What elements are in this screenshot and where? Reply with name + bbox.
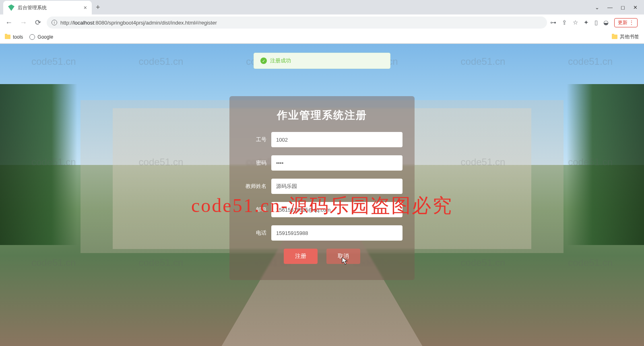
toast-message: 注册成功: [270, 57, 291, 64]
label-password: 密码: [242, 159, 266, 167]
input-phone[interactable]: [271, 225, 402, 241]
label-phone: 电话: [242, 229, 266, 237]
row-id: 工号: [242, 132, 402, 147]
row-phone: 电话: [242, 225, 402, 241]
tab-close-icon[interactable]: ×: [84, 4, 87, 11]
globe-icon: [29, 34, 35, 40]
row-teacher-name: 教师姓名: [242, 179, 402, 194]
page-content: code51.cncode51.cncode51.cncode51.cncode…: [0, 44, 644, 346]
window-controls: ⌄ — ◻ ✕: [588, 4, 644, 10]
input-password[interactable]: [271, 155, 402, 171]
input-id[interactable]: [271, 132, 402, 147]
bookmarks-bar: tools Google 其他书签: [0, 31, 644, 43]
vue-favicon-icon: [8, 4, 14, 11]
url-input[interactable]: i http://localhost:8080/springboot4prsj/…: [47, 16, 547, 29]
input-email[interactable]: [271, 202, 402, 217]
success-toast: ✓ 注册成功: [254, 53, 390, 69]
menu-dots-icon: ⋮: [629, 20, 634, 25]
chevron-down-icon[interactable]: ⌄: [595, 4, 599, 10]
tab-title: 后台管理系统: [18, 4, 47, 11]
input-teacher-name[interactable]: [271, 179, 402, 194]
label-email: 邮箱: [242, 206, 266, 213]
site-info-icon[interactable]: i: [52, 20, 57, 25]
folder-icon: [5, 35, 10, 39]
browser-tab[interactable]: 后台管理系统 ×: [3, 1, 92, 14]
star-icon[interactable]: ☆: [573, 19, 578, 26]
row-email: 邮箱: [242, 202, 402, 217]
register-button[interactable]: 注册: [284, 249, 318, 264]
cancel-button[interactable]: 取消: [326, 249, 360, 264]
back-button[interactable]: ←: [3, 17, 14, 28]
label-id: 工号: [242, 136, 266, 143]
label-teacher-name: 教师姓名: [242, 183, 266, 190]
register-card: 作业管理系统注册 工号 密码 教师姓名 邮箱 电话 注册 取消: [229, 96, 415, 280]
row-password: 密码: [242, 155, 402, 171]
extensions-icon[interactable]: ✦: [584, 19, 589, 26]
key-icon[interactable]: ⊶: [550, 19, 556, 26]
maximize-icon[interactable]: ◻: [621, 4, 625, 10]
address-bar: ← → ⟳ i http://localhost:8080/springboot…: [0, 14, 644, 31]
tab-bar: 后台管理系统 × + ⌄ — ◻ ✕: [0, 0, 644, 14]
forward-button[interactable]: →: [18, 17, 29, 28]
profile-icon[interactable]: ◒: [603, 19, 609, 26]
bookmark-tools[interactable]: tools: [5, 34, 23, 40]
bookmark-google[interactable]: Google: [29, 34, 53, 40]
update-button[interactable]: 更新⋮: [614, 18, 638, 27]
reader-icon[interactable]: ▯: [594, 19, 598, 26]
button-row: 注册 取消: [242, 249, 402, 264]
folder-icon: [612, 35, 617, 39]
minimize-icon[interactable]: —: [607, 4, 613, 10]
card-title: 作业管理系统注册: [242, 108, 402, 122]
share-icon[interactable]: ⇪: [562, 19, 567, 26]
browser-chrome: 后台管理系统 × + ⌄ — ◻ ✕ ← → ⟳ i http://localh…: [0, 0, 644, 44]
check-circle-icon: ✓: [260, 58, 267, 64]
new-tab-button[interactable]: +: [92, 3, 104, 12]
reload-button[interactable]: ⟳: [32, 17, 43, 28]
url-text: http://localhost:8080/springboot4prsj/ad…: [60, 20, 217, 26]
bookmark-other[interactable]: 其他书签: [612, 33, 639, 40]
close-window-icon[interactable]: ✕: [633, 4, 638, 10]
toolbar-right: ⊶ ⇪ ☆ ✦ ▯ ◒ 更新⋮: [550, 18, 641, 27]
